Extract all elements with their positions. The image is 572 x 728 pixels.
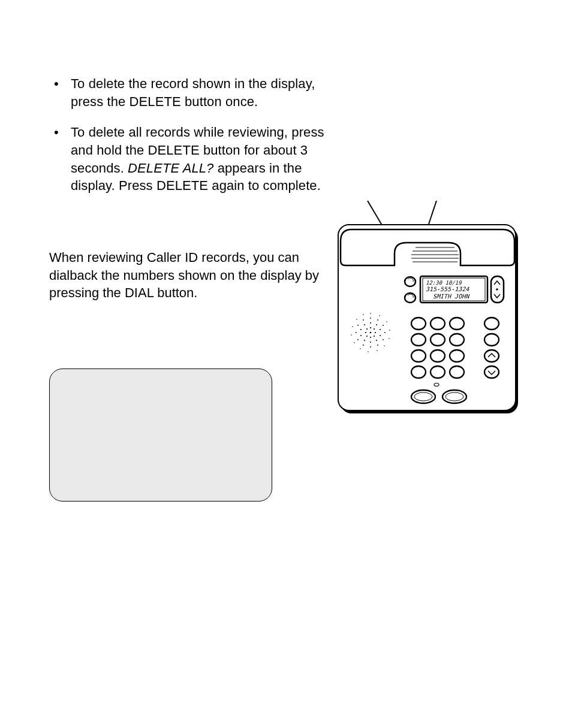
svg-point-19 [374, 336, 375, 337]
svg-point-60 [411, 318, 426, 330]
svg-point-59 [363, 314, 364, 315]
svg-point-18 [375, 332, 376, 333]
dialback-paragraph: When reviewing Caller ID records, you ca… [49, 250, 319, 300]
svg-point-61 [430, 318, 445, 330]
svg-point-54 [360, 348, 361, 349]
svg-point-53 [368, 351, 369, 352]
bullet-text-1: To delete the record shown in the displa… [71, 76, 315, 109]
svg-point-15 [370, 332, 372, 334]
svg-point-56 [351, 334, 352, 336]
svg-point-26 [380, 329, 381, 330]
scroll-pair-icon [491, 276, 504, 303]
svg-point-46 [370, 313, 371, 314]
svg-point-63 [411, 334, 426, 346]
info-panel [49, 368, 272, 502]
svg-point-73 [484, 334, 499, 346]
svg-point-30 [364, 340, 365, 341]
svg-point-32 [360, 329, 362, 330]
svg-point-9 [405, 277, 416, 286]
svg-point-77 [414, 392, 432, 401]
svg-point-71 [450, 366, 464, 378]
svg-point-64 [430, 334, 445, 346]
svg-point-24 [370, 322, 371, 324]
svg-point-10 [405, 293, 416, 303]
svg-point-29 [370, 342, 371, 343]
svg-point-43 [356, 332, 357, 333]
svg-point-28 [376, 340, 377, 341]
svg-point-51 [384, 345, 385, 346]
svg-point-68 [450, 350, 464, 362]
svg-point-72 [484, 318, 499, 330]
svg-point-39 [377, 345, 378, 346]
svg-point-14 [496, 288, 498, 291]
svg-point-49 [389, 330, 390, 331]
svg-point-50 [389, 338, 390, 339]
side-button-icon [405, 293, 416, 303]
svg-point-44 [357, 325, 359, 326]
svg-point-22 [365, 332, 366, 333]
svg-point-40 [370, 346, 371, 348]
svg-point-67 [430, 350, 445, 362]
svg-point-27 [380, 335, 381, 336]
svg-point-42 [357, 339, 359, 340]
svg-point-58 [356, 319, 357, 320]
svg-point-69 [411, 366, 426, 378]
svg-point-16 [370, 327, 371, 328]
phone-illustration: 12:30 10/19 315-555-1324 SMITH JOHN [335, 201, 520, 416]
lcd-line2: 315-555-1324 [426, 286, 469, 292]
svg-point-20 [370, 337, 371, 338]
svg-point-21 [366, 336, 368, 337]
lcd-line1: 12:30 10/19 [426, 280, 462, 286]
svg-point-25 [376, 324, 377, 325]
svg-point-79 [445, 392, 463, 401]
svg-point-23 [366, 328, 368, 330]
bullet-item: To delete all records while reviewing, p… [49, 123, 337, 195]
lcd-screen-icon: 12:30 10/19 315-555-1324 SMITH JOHN [420, 276, 487, 303]
bullet-item: To delete the record shown in the displa… [49, 75, 337, 110]
svg-point-66 [411, 350, 426, 362]
svg-point-70 [430, 366, 445, 378]
bullet-text-2i: DELETE ALL? [128, 161, 213, 176]
lcd-line3: SMITH JOHN [433, 293, 470, 300]
svg-point-33 [364, 324, 365, 325]
svg-point-38 [383, 339, 384, 340]
svg-point-75 [484, 366, 499, 378]
svg-point-47 [379, 315, 380, 316]
svg-point-41 [363, 345, 364, 346]
svg-point-35 [377, 319, 378, 321]
svg-point-52 [377, 350, 378, 351]
svg-point-48 [386, 321, 387, 322]
svg-point-37 [384, 332, 386, 333]
svg-point-62 [450, 318, 464, 330]
svg-point-36 [383, 325, 384, 326]
side-button-icon [405, 277, 416, 286]
svg-point-34 [370, 318, 371, 319]
svg-point-65 [450, 334, 464, 346]
svg-point-57 [352, 326, 353, 327]
svg-point-17 [374, 328, 375, 330]
svg-point-31 [360, 335, 362, 336]
svg-point-45 [363, 319, 364, 321]
svg-point-74 [484, 350, 499, 362]
svg-point-55 [354, 342, 355, 343]
